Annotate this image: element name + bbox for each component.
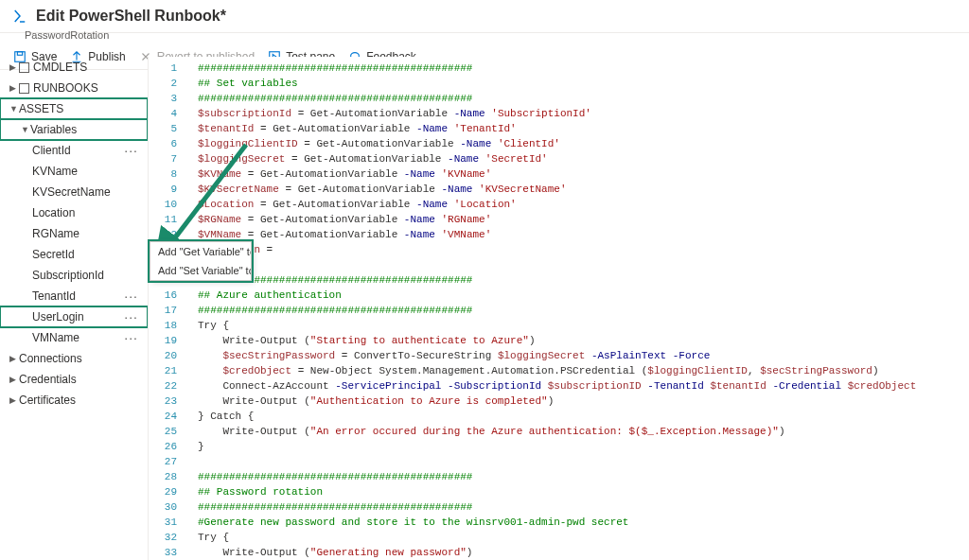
- svg-rect-1: [17, 52, 22, 56]
- page-title: Edit PowerShell Runbook*: [36, 8, 226, 25]
- sidebar: ▶CMDLETS ▶RUNBOOKS ▼ASSETS ▼Variables Cl…: [0, 57, 149, 70]
- cmdlets-icon: [19, 62, 29, 71]
- chevron-right-icon: ▶: [9, 62, 19, 70]
- sidebar-item-cmdlets[interactable]: ▶CMDLETS: [0, 57, 148, 70]
- code-content: ########################################…: [198, 61, 969, 70]
- code-editor[interactable]: 1234567891011121314151617181920212223242…: [149, 57, 969, 70]
- line-numbers: 1234567891011121314151617181920212223242…: [149, 61, 194, 70]
- powershell-icon: [11, 8, 28, 25]
- page-subtitle: PasswordRotation: [25, 29, 969, 41]
